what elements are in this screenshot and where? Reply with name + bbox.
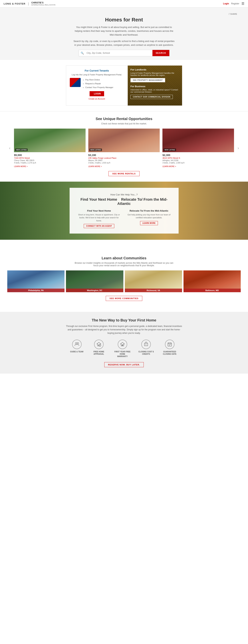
community-card-richmond[interactable]: Richmond, VA <box>125 270 182 292</box>
new-listing-badge: NEW LISTING <box>164 148 176 151</box>
learn-more-link[interactable]: LEARN MORE > <box>162 166 176 168</box>
baltimore-label: Baltimore, MD <box>184 288 241 292</box>
create-account-link[interactable]: Create an Account <box>70 98 124 100</box>
closing-cost-icon: $ <box>141 340 151 349</box>
new-listing-badge: NEW LISTING <box>15 148 28 151</box>
carousel-prev-arrow[interactable]: ‹ <box>7 144 12 152</box>
register-link[interactable]: Register <box>231 2 239 5</box>
guide-icon <box>72 340 82 349</box>
first-home-title: The New Way to Buy Your First Home <box>7 318 241 322</box>
login-link[interactable]: Login <box>223 2 229 5</box>
landlord-text: Long & Foster Property Management handle… <box>130 72 179 76</box>
tenant-box: For Current Tenants Log into the Long & … <box>66 66 128 106</box>
rental-card: NEW LISTING $2,300 4613 34TH Street S Ar… <box>162 128 234 168</box>
rental-address[interactable]: 7104 45TH Street <box>14 157 86 159</box>
rental-image-2: NEW LISTING <box>88 128 160 152</box>
fh-icon-warranty: FIRST YEAR FREE HOME WARRANTY <box>114 340 131 358</box>
carousel-next-arrow[interactable]: › <box>236 144 241 152</box>
see-more-rentals-button[interactable]: SEE MORE RENTALS <box>108 171 139 176</box>
learn-more-button[interactable]: LEARN MORE <box>140 221 158 225</box>
rental-price: $5,500 <box>14 154 86 156</box>
tenant-logo-row: Pay Rent Online Request a Repair Contact… <box>70 78 124 89</box>
first-home-icons: GUIDE & TEAM $ FREE HOME APPRAISAL FIRST… <box>7 340 241 358</box>
rental-image-3: NEW LISTING <box>162 128 234 152</box>
share-button[interactable]: ⤴ SHARE <box>4 13 244 15</box>
rentals-section: See Unique Rental Opportunities Check ou… <box>0 111 248 182</box>
logo-main: LONG & FOSTER <box>4 2 26 5</box>
reserve-button[interactable]: RESERVE NOW. BUY LATER. <box>104 362 144 367</box>
tenant-list: Pay Rent Online Request a Repair Contact… <box>83 78 113 89</box>
fh-icon-closing-date: GUARANTEED CLOSING DATE <box>162 340 178 358</box>
rental-address[interactable]: 4613 34TH Street S <box>162 157 234 159</box>
rental-city: Wayne, PA 19087 <box>88 160 160 162</box>
hero-section: ⤴ SHARE Homes for Rent You might think L… <box>0 8 248 60</box>
help-pretitle: How Can We Help You...? <box>77 193 171 196</box>
rental-price: $3,190 <box>88 154 160 156</box>
rental-details: 4 beds, 4 baths, 2,176 sq ft <box>14 162 86 164</box>
help-card-find: Find Your Next Home Short or long term. … <box>77 210 121 228</box>
logo-divider: | <box>28 2 29 6</box>
communities-title: Learn about Communities <box>7 256 241 260</box>
communities-section: Learn about Communities Browse our insid… <box>0 251 248 306</box>
communities-grid: Philadelphia, PA Washington, DC Richmond… <box>7 270 241 292</box>
hero-desc-2: Search by city, zip code, or even by a s… <box>73 40 175 47</box>
search-button[interactable]: SEARCH <box>152 50 169 56</box>
appraisal-icon: $ <box>94 340 104 349</box>
help-find-title: Find Your Next Home <box>80 198 117 202</box>
page-title: Homes for Rent <box>4 17 244 23</box>
rental-card: NEW LISTING $5,500 7104 45TH Street Chev… <box>14 128 86 168</box>
menu-icon[interactable]: ☰ <box>242 2 244 6</box>
rental-address[interactable]: 235 Valley Forge Lookout Place <box>88 157 160 159</box>
fh-icon-closing-cost: $ CLOSING COST $ CREDITS <box>138 340 154 358</box>
lb-content: For Landlords Long & Foster Property Man… <box>128 66 182 102</box>
tenant-logo <box>70 78 81 87</box>
contact-commercial-button[interactable]: CONTACT OUR COMMERCIAL DIVISION <box>130 95 173 99</box>
card1-text: Short or long term. House or apartment. … <box>77 213 121 222</box>
communities-subtitle: Browse our insider insights on thousands… <box>73 262 175 267</box>
logo: LONG & FOSTER | CHRISTIE'S INTERNATIONAL… <box>4 2 56 6</box>
connect-agent-button[interactable]: CONNECT WITH AN AGENT <box>84 224 114 228</box>
see-more-communities-button[interactable]: SEE MORE COMMUNITIES <box>106 296 142 301</box>
svg-rect-6 <box>168 343 172 346</box>
card1-title: Find Your Next Home <box>77 210 121 212</box>
fh-icon-appraisal: $ FREE HOME APPRAISAL <box>91 340 107 358</box>
help-card-relocate: Relocate To/ From the Mid-Atlantic Get h… <box>127 210 171 228</box>
tenant-landlord-wrapper: For Current Tenants Log into the Long & … <box>66 66 182 106</box>
rental-city: Chevy Chase, MD 20815 <box>14 160 86 162</box>
community-card-philly[interactable]: Philadelphia, PA <box>7 270 64 292</box>
login-button[interactable]: LOGIN <box>90 91 104 96</box>
list-item: Pay Rent Online <box>86 78 113 82</box>
rental-image-1: NEW LISTING <box>14 128 86 152</box>
svg-point-0 <box>76 342 77 344</box>
hero-desc-1: You might think Long & Foster is all abo… <box>73 26 175 37</box>
learn-more-link[interactable]: LEARN MORE > <box>14 166 28 168</box>
appraisal-label: FREE HOME APPRAISAL <box>91 350 107 355</box>
svg-text:$: $ <box>100 345 100 346</box>
see-property-management-button[interactable]: SEE PROPERTY MANAGEMENT <box>130 78 165 82</box>
search-input[interactable] <box>86 50 152 56</box>
philly-label: Philadelphia, PA <box>7 288 64 292</box>
community-card-dc[interactable]: Washington, DC <box>66 270 123 292</box>
business-text: Interested in office, retail, or industr… <box>130 89 179 93</box>
help-section: How Can We Help You...? Find Your Next H… <box>0 182 248 240</box>
dc-label: Washington, DC <box>66 288 123 292</box>
header: LONG & FOSTER | CHRISTIE'S INTERNATIONAL… <box>0 0 248 8</box>
learn-more-link[interactable]: LEARN MORE > <box>88 166 102 168</box>
business-title: For Business <box>130 85 179 88</box>
help-relocate-title: Relocate To/ From the Mid-Atlantic <box>117 198 168 206</box>
search-icon: 🔍 <box>79 50 86 56</box>
rental-price: $2,300 <box>162 154 234 156</box>
fh-icon-guide: GUIDE & TEAM <box>70 340 84 358</box>
closing-date-label: GUARANTEED CLOSING DATE <box>162 350 178 355</box>
new-listing-badge: NEW LISTING <box>90 148 102 151</box>
share-icon: ⤴ <box>228 13 230 15</box>
rental-details: 3 beds, 2 baths, 1,500 sq ft <box>162 162 234 164</box>
search-bar: 🔍 SEARCH <box>79 50 170 56</box>
help-title: Find Your Next Home Relocate To/ From th… <box>77 198 171 206</box>
list-item: Request a Repair <box>86 82 113 86</box>
rentals-subtitle: Check out these rentals that just hit th… <box>7 122 241 125</box>
community-card-baltimore[interactable]: Baltimore, MD <box>184 270 241 292</box>
header-right: Login Register ☰ <box>223 2 244 6</box>
rental-card: NEW LISTING $3,190 235 Valley Forge Look… <box>88 128 160 168</box>
rentals-carousel: ‹ NEW LISTING $5,500 7104 45TH Street Ch… <box>7 128 241 168</box>
